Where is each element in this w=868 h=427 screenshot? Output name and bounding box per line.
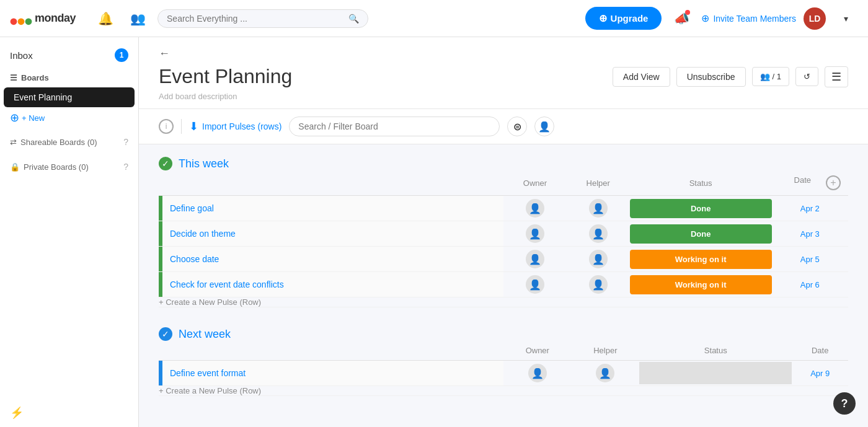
helper-cell-1[interactable]: 👤	[567, 221, 630, 247]
upgrade-button[interactable]: ⊕ Upgrade	[585, 7, 662, 30]
content-area: ← Event Planning Add View Unsubscribe 👥 …	[139, 37, 868, 427]
date-cell-0[interactable]: Apr 2	[772, 196, 848, 221]
board-title-row: Event Planning Add View Unsubscribe 👥 / …	[159, 65, 848, 88]
status-cell-3[interactable]: Working on it	[630, 272, 772, 297]
avatar[interactable]: LD	[804, 7, 826, 30]
helper-cell-0[interactable]: 👤	[567, 196, 630, 221]
svg-point-1	[18, 18, 25, 25]
board-title: Event Planning	[159, 65, 613, 88]
col-header-status: Status	[630, 170, 772, 196]
sidebar-inbox[interactable]: Inbox 1	[0, 42, 138, 68]
board-description[interactable]: Add board description	[159, 88, 848, 108]
add-view-button[interactable]: Add View	[613, 67, 670, 87]
helper-cell-3[interactable]: 👤	[567, 272, 630, 297]
status-cell-0[interactable]	[639, 361, 792, 386]
toolbar: i ⬇ Import Pulses (rows) ⊜ 👤	[139, 109, 868, 144]
owner-cell-2[interactable]: 👤	[503, 247, 567, 272]
shareable-boards-label[interactable]: ⇄ Shareable Boards (0)	[10, 138, 97, 147]
helper-cell-2[interactable]: 👤	[567, 247, 630, 272]
filter-input[interactable]	[298, 121, 490, 131]
private-boards-label[interactable]: 🔒 Private Boards (0)	[10, 162, 89, 172]
date-cell-0[interactable]: Apr 9	[792, 361, 848, 386]
group-title-this-week: This week	[179, 157, 229, 170]
col-header-label-2	[159, 341, 503, 361]
row-label-3[interactable]: Check for event date conflicts	[162, 272, 503, 297]
sidebar: Inbox 1 ☰ Boards Event Planning ⊕ + New …	[0, 37, 139, 427]
unsubscribe-button[interactable]: Unsubscribe	[676, 67, 746, 87]
toolbar-divider	[181, 119, 182, 134]
table-row: Define event format👤👤Apr 9	[159, 361, 848, 386]
add-column-button[interactable]: +	[826, 175, 841, 190]
back-button[interactable]: ←	[159, 47, 170, 60]
row-label-2[interactable]: Choose date	[162, 247, 503, 271]
group-next-week-header: ✓ Next week	[159, 327, 848, 341]
owner-cell-3[interactable]: 👤	[503, 272, 567, 297]
group-this-week-header: ✓ This week	[159, 157, 848, 170]
status-cell-1[interactable]: Done	[630, 221, 772, 247]
col-header-date-2: Date	[792, 341, 848, 361]
board-area: ✓ This week Owner Helper Status Date +	[139, 144, 868, 427]
status-badge-0[interactable]: Done	[630, 199, 772, 218]
private-help-icon[interactable]: ?	[123, 162, 128, 172]
filter-icon[interactable]: ⊜	[507, 117, 527, 136]
row-label-1[interactable]: Decide on theme	[162, 221, 503, 246]
help-button[interactable]: ?	[833, 392, 856, 415]
activity-icon: ↺	[804, 72, 810, 81]
filter-search-bar	[289, 117, 500, 136]
status-badge-2[interactable]: Working on it	[630, 250, 772, 269]
new-board-button[interactable]: ⊕ + New	[0, 108, 138, 127]
col-header-status-2: Status	[639, 341, 792, 361]
sidebar-item-event-planning[interactable]: Event Planning	[4, 87, 135, 107]
info-icon[interactable]: i	[159, 119, 174, 134]
avatar-menu-button[interactable]: ▾	[833, 6, 858, 31]
status-empty-0[interactable]	[639, 362, 792, 384]
import-button[interactable]: ⬇ Import Pulses (rows)	[189, 120, 281, 133]
group-toggle-next-week[interactable]: ✓	[159, 327, 172, 341]
group-this-week: ✓ This week Owner Helper Status Date +	[159, 157, 848, 307]
date-cell-2[interactable]: Apr 5	[772, 247, 848, 272]
add-row-button[interactable]: + Create a New Pulse (Row)	[159, 297, 848, 307]
col-header-label	[159, 170, 503, 196]
members-icon: 👥	[760, 72, 770, 81]
col-header-helper-2: Helper	[572, 341, 640, 361]
group-toggle-this-week[interactable]: ✓	[159, 157, 172, 170]
row-label-cell-2: Choose date	[159, 247, 503, 272]
add-row[interactable]: + Create a New Pulse (Row)	[159, 297, 848, 307]
private-boards-section: 🔒 Private Boards (0) ?	[0, 157, 138, 177]
status-cell-2[interactable]: Working on it	[630, 247, 772, 272]
status-badge-3[interactable]: Working on it	[630, 275, 772, 294]
new-icon: ⊕	[10, 111, 19, 125]
activity-button[interactable]: ↺	[795, 67, 818, 86]
share-icon: ⇄	[10, 138, 17, 147]
search-input[interactable]	[167, 14, 348, 24]
logo: monday	[10, 7, 76, 30]
more-options-button[interactable]: ☰	[825, 66, 848, 87]
table-header-row: Owner Helper Status Date +	[159, 170, 848, 196]
announcement-badge	[685, 10, 690, 15]
members-button[interactable]: 👥 / 1	[752, 67, 789, 86]
lightning-icon[interactable]: ⚡	[10, 407, 24, 419]
shareable-help-icon[interactable]: ?	[123, 137, 128, 147]
person-filter-icon[interactable]: 👤	[534, 117, 554, 136]
owner-cell-0[interactable]: 👤	[503, 196, 567, 221]
sidebar-boards-section[interactable]: ☰ Boards	[0, 68, 138, 87]
row-label-0[interactable]: Define event format	[162, 361, 503, 385]
table-header-row-2: Owner Helper Status Date	[159, 341, 848, 361]
add-row[interactable]: + Create a New Pulse (Row)	[159, 386, 848, 396]
row-label-0[interactable]: Define goal	[162, 196, 503, 221]
date-cell-1[interactable]: Apr 3	[772, 221, 848, 247]
invite-team-button[interactable]: ⊕ Invite Team Members	[701, 12, 796, 24]
status-cell-0[interactable]: Done	[630, 196, 772, 221]
owner-cell-1[interactable]: 👤	[503, 221, 567, 247]
table-row: Check for event date conflicts👤👤Working …	[159, 272, 848, 297]
status-badge-1[interactable]: Done	[630, 224, 772, 244]
add-row-button[interactable]: + Create a New Pulse (Row)	[159, 386, 848, 396]
people-button[interactable]: 👥	[125, 6, 150, 31]
date-cell-3[interactable]: Apr 6	[772, 272, 848, 297]
import-icon: ⬇	[189, 120, 198, 133]
owner-cell-0[interactable]: 👤	[503, 361, 572, 386]
notifications-button[interactable]: 🔔	[93, 6, 118, 31]
search-bar: 🔍	[157, 9, 368, 28]
helper-cell-0[interactable]: 👤	[572, 361, 640, 386]
announcements-button[interactable]: 📣	[669, 6, 694, 31]
